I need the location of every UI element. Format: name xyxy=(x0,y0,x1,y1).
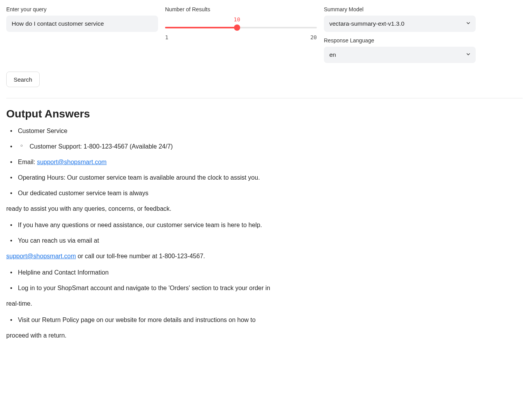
results-slider[interactable]: 10 xyxy=(165,23,317,32)
list-item: If you have any questions or need assist… xyxy=(6,220,325,230)
query-input[interactable] xyxy=(6,16,158,32)
results-slider-value: 10 xyxy=(234,16,240,23)
response-language-select[interactable]: en xyxy=(324,47,476,63)
wrapped-text: real-time. xyxy=(6,299,325,308)
list-item: Customer Support: 1-800-123-4567 (Availa… xyxy=(6,142,325,151)
results-slider-label: Number of Results xyxy=(165,6,317,12)
response-language-label: Response Language xyxy=(324,37,476,44)
results-slider-thumb[interactable] xyxy=(234,24,240,31)
wrapped-text: proceed with a return. xyxy=(6,331,325,340)
search-button[interactable]: Search xyxy=(6,72,40,87)
output-answers-heading: Output Answers xyxy=(6,108,523,120)
list-item: Helpline and Contact Information xyxy=(6,268,325,277)
summary-model-selected: vectara-summary-ext-v1.3.0 xyxy=(329,20,404,27)
response-language-selected: en xyxy=(329,51,336,58)
contact-suffix: or call our toll-free number at 1-800-12… xyxy=(76,253,205,259)
support-email-link[interactable]: support@shopsmart.com xyxy=(6,253,76,259)
query-label: Enter your query xyxy=(6,6,158,12)
list-item: Our dedicated customer service team is a… xyxy=(6,189,325,198)
list-item: You can reach us via email at xyxy=(6,236,325,245)
results-slider-max: 20 xyxy=(310,34,317,40)
summary-model-select[interactable]: vectara-summary-ext-v1.3.0 xyxy=(324,16,476,32)
summary-model-label: Summary Model xyxy=(324,6,476,12)
list-item: Customer Service xyxy=(6,126,325,136)
list-item: Email: support@shopsmart.com xyxy=(6,158,325,167)
wrapped-text: support@shopsmart.com or call our toll-f… xyxy=(6,252,325,261)
list-item: Operating Hours: Our customer service te… xyxy=(6,173,325,182)
list-item: Log in to your ShopSmart account and nav… xyxy=(6,284,325,293)
email-prefix: Email: xyxy=(18,159,37,165)
support-email-link[interactable]: support@shopsmart.com xyxy=(37,159,107,165)
list-item: Visit our Return Policy page on our webs… xyxy=(6,315,325,325)
output-answers-list: Customer Service Customer Support: 1-800… xyxy=(6,126,325,340)
results-slider-min: 1 xyxy=(165,34,168,40)
wrapped-text: ready to assist you with any queries, co… xyxy=(6,204,325,214)
section-divider xyxy=(6,98,523,98)
